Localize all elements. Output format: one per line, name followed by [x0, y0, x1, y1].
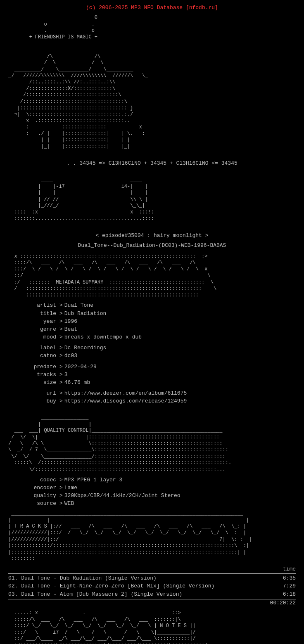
metadata-size: size > 46.76 mb — [8, 379, 296, 386]
ascii-middle-art: ____ ____ | |-i7 i4-| | | | | | | // // … — [8, 170, 296, 228]
metadata-title: title > Dub Radiation — [8, 310, 296, 317]
release-title: Dual_Tone--Dub_Radiation-(DC03)-WEB-1996… — [8, 242, 296, 249]
formula-line: 0 o . . o + FRIENDSHIP IS MAGIC + ___ __… — [8, 160, 296, 167]
quality-block: codec > MP3 MPEG 1 layer 3 encoder > Lam… — [8, 476, 296, 508]
quality-source: source > WEB — [8, 500, 296, 507]
metadata-buy: buy > https://www.discogs.com/release/12… — [8, 398, 296, 405]
episode-line: < episode#35004 : hairy moonlight > — [8, 232, 296, 239]
quality-codec: codec > MP3 MPEG 1 layer 3 — [8, 476, 296, 484]
tracks-section: time 01. Dual Tone - Dub Radiation (Sing… — [8, 566, 296, 607]
ascii-divider3: ________________________________________… — [8, 511, 296, 562]
ascii-top-art: 0 o . . o + FRIENDSHIP IS MAGIC + /\ /\ … — [8, 15, 296, 156]
tracks-time-header: time — [8, 566, 296, 574]
quality-quality: quality > 320Kbps/CBR/44.1kHz/2CH/Joint … — [8, 492, 296, 500]
metadata-predate: predate > 2022-04-29 — [8, 363, 296, 371]
track-row-3: 03. Dual Tone - Atom [Dub Massacre 2] (S… — [8, 591, 296, 598]
page-container: (c) 2006-2025 MP3 NFO Database [nfodb.ru… — [8, 4, 296, 644]
metadata-label: label > Dc Recordings — [8, 344, 296, 352]
metadata-genre: genre > Beat — [8, 326, 296, 333]
metadata-tracks: tracks > 3 — [8, 371, 296, 379]
ascii-divider1: x ::::::::::::::::::::::::::::::::::::::… — [8, 253, 296, 298]
tracks-total-time: 00:20:22 — [8, 599, 296, 607]
ascii-divider2: ________________ | | ___ ___| QUALITY CO… — [8, 409, 296, 473]
metadata-year: year > 1996 — [8, 318, 296, 325]
metadata-catno: catno > dc03 — [8, 352, 296, 360]
quality-encoder: encoder > Lame — [8, 484, 296, 492]
ascii-divider4: .....: x . ::> :::::/\ ___ /\ ___ /\ ___… — [8, 610, 296, 644]
header-title: (c) 2006-2025 MP3 NFO Database [nfodb.ru… — [8, 4, 296, 12]
metadata-block: artist > Dual Tone title > Dub Radiation… — [8, 302, 296, 405]
track-row-2: 02. Dual Tone - Eight-Nine-Zero-Zero [Be… — [8, 582, 296, 590]
track-row-1: 01. Dual Tone - Dub Radiation (Single Ve… — [8, 575, 296, 582]
metadata-artist: artist > Dual Tone — [8, 302, 296, 309]
metadata-mood: mood > breaks x downtempo x dub — [8, 334, 296, 341]
metadata-url: url > https://www.deezer.com/en/album/61… — [8, 390, 296, 397]
